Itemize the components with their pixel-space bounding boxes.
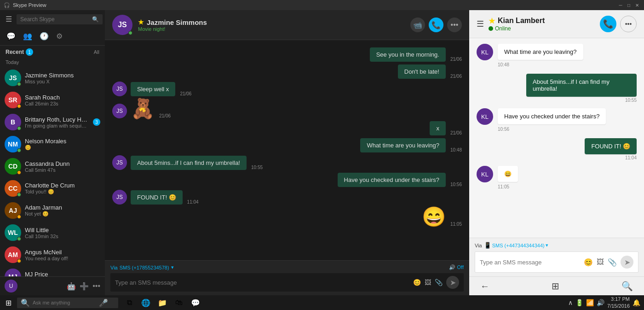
right-message-row: KL What time are you leaving? 10:48 [477,44,637,68]
section-title-row: Recent 1 [6,48,33,56]
attach-icon[interactable]: 📎 [435,279,443,286]
message-row: 10:48 What time are you leaving? [112,138,462,152]
taskbar-search: 🔍 🎤 [17,298,118,308]
contact-avatar: B [5,114,21,130]
maximize-button[interactable]: □ [626,2,632,8]
contact-item[interactable]: MJ MJ Price Teehee! [0,266,105,276]
right-message-time: 11:05 [498,184,509,189]
contact-preview: 😊 [25,145,100,151]
contact-preview: Miss you X [25,79,100,84]
start-button[interactable]: ⊞ [4,297,13,309]
volume-icon[interactable]: 🔊 [597,299,604,306]
image-icon[interactable]: 🖼 [425,279,431,286]
right-image-icon[interactable]: 🖼 [597,258,604,267]
battery-icon: 🔋 [575,299,583,306]
chat-input-area: Via SMS (+17855234578) ▾ 🔊 Off 😊 🖼 📎 ➤ [105,260,469,295]
right-text-input[interactable] [480,259,580,266]
message-time: 21/06 [450,57,462,62]
right-sms-number[interactable]: 📱 SMS (+447344344344) ▾ [484,242,548,249]
search-button[interactable]: 🔍 [621,281,633,292]
contact-name: Adam Jarman [25,204,100,211]
close-button[interactable]: ✕ [634,2,640,8]
message-with-time: FOUND IT! 😊 11:04 [131,190,199,205]
more-options-button[interactable]: ••• [447,18,462,32]
chat-header: JS ★ Jazmine Simmons Movie night! 📹 📞 ••… [105,10,469,40]
bot-icon[interactable]: 🤖 [67,282,76,291]
nav-contacts-icon[interactable]: 👥 [20,30,35,42]
message-with-time: 21/06 Don't be late! [398,64,462,79]
network-icon: 📶 [586,299,594,306]
contact-name: Nelson Morales [25,138,100,145]
contact-preview: Not yet 😊 [25,211,100,217]
contact-item[interactable]: AJ Adam Jarman Not yet 😊 [0,199,105,222]
contact-item[interactable]: SR Sarah Roach Call 26min 23s [0,89,105,111]
more-icon[interactable]: ••• [92,282,100,291]
main-layout: ☰ 🔍 💬 👥 🕐 ⚙ Recent 1 All Today JS [0,10,644,295]
send-button[interactable]: ➤ [446,276,459,289]
mic-icon[interactable]: 🎤 [99,298,108,307]
right-menu-icon[interactable]: ☰ [477,19,484,29]
profile-avatar[interactable]: U [5,280,17,292]
contact-item[interactable]: WL Will Little Call 10min 32s [0,222,105,244]
taskbar-search-input[interactable] [33,300,96,305]
contact-item[interactable]: B Brittany Roth, Lucy Holcomb, S... I'm … [0,111,105,133]
right-header-info: ★ Kian Lambert Online [489,17,595,32]
today-label: Today [0,58,105,67]
clock-date: 7/15/2016 [607,303,630,310]
star-icon: ★ [138,18,144,26]
video-call-button[interactable]: 📹 [410,18,425,32]
right-msg-avatar: KL [477,108,493,125]
hamburger-icon[interactable]: ☰ [4,13,14,25]
right-emoji-icon[interactable]: 😊 [584,258,593,267]
sms-number[interactable]: SMS (+17855234578) [120,265,169,270]
chat-header-status: Movie night! [138,26,405,32]
contact-avatar: CD [5,158,21,175]
contact-item[interactable]: NM Nelson Morales 😊 [0,133,105,155]
task-view-button[interactable]: ⧉ [122,295,137,310]
windows-button[interactable]: ⊞ [552,281,559,292]
right-msg-wrapper: What time are you leaving? 10:48 [498,44,583,68]
chevron-up-icon[interactable]: ∧ [568,299,573,306]
message-bubble: Sleep well x [131,82,175,96]
contact-item[interactable]: CC Charlotte De Crum Told you!! 😊 [0,177,105,199]
emoji-message: 🧸 [131,99,155,118]
contact-item[interactable]: JS Jazmine Simmons Miss you X [0,67,105,89]
nav-chats-icon[interactable]: 💬 [4,30,18,42]
right-via-text: Via [475,243,482,248]
sidebar-bottom: U 🤖 ➕ ••• [0,276,105,295]
all-link[interactable]: All [94,49,99,55]
right-dropdown-arrow[interactable]: ▾ [546,242,548,248]
contact-avatar: JS [5,70,21,86]
emoji-icon[interactable]: 😊 [413,279,421,286]
chat-contact-name: Jazmine Simmons [147,18,207,26]
contact-item[interactable]: CD Cassandra Dunn Call 5min 47s [0,155,105,177]
edge-icon[interactable]: 🌐 [138,295,153,310]
right-send-button[interactable]: ➤ [621,256,633,269]
contact-name: Angus McNeil [25,249,100,256]
back-button[interactable]: ← [480,281,489,292]
message-row: 21/06 Don't be late! [112,64,462,79]
search-input[interactable] [20,16,89,23]
notification-icon[interactable]: 🔔 [632,299,640,306]
audio-call-button[interactable]: 📞 [429,18,443,32]
contact-preview: Call 10min 32s [25,234,100,239]
explorer-icon[interactable]: 📁 [155,295,170,310]
add-icon[interactable]: ➕ [80,282,89,291]
input-icons: 😊 🖼 📎 [413,279,443,286]
nav-recent-icon[interactable]: 🕐 [37,30,52,42]
contact-item[interactable]: AM Angus McNeil You need a day off! [0,244,105,266]
nav-settings-icon[interactable]: ⚙ [53,30,65,42]
right-call-button[interactable]: 📞 [600,16,616,32]
contact-preview: I'm going glam with sequins. See you h..… [25,123,89,129]
title-bar-controls: ─ □ ✕ [617,2,640,8]
store-icon[interactable]: 🛍 [172,295,186,310]
right-attach-icon[interactable]: 📎 [608,258,617,267]
dropdown-arrow[interactable]: ▾ [171,264,174,270]
message-with-time: 10:56 Have you checked under the stairs? [338,173,462,187]
message-time: 21/06 [450,74,462,79]
skype-icon[interactable]: 💬 [188,295,203,310]
minimize-button[interactable]: ─ [617,2,624,8]
contact-name: MJ Price [25,271,100,277]
chat-text-input[interactable] [115,279,409,286]
right-more-button[interactable]: ••• [620,16,637,32]
